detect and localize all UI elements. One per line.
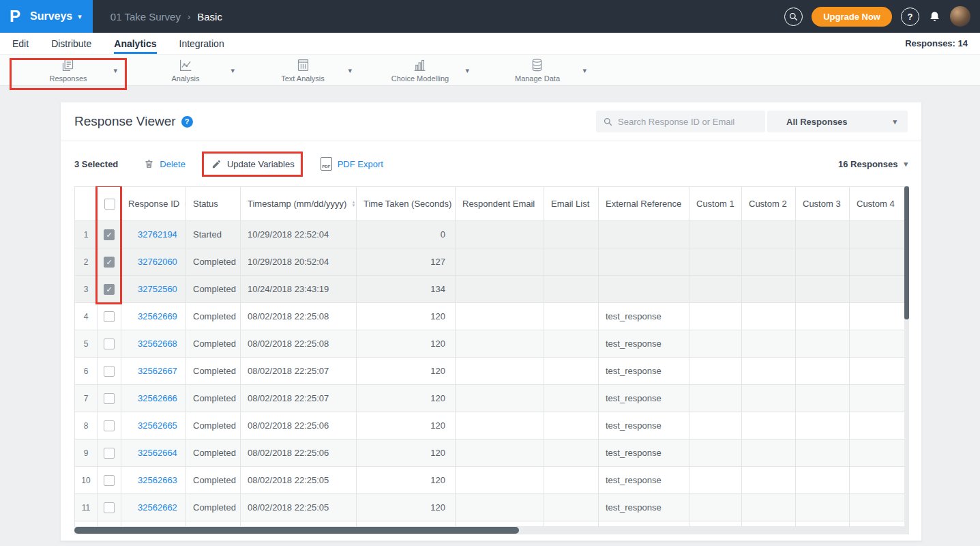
tab-edit[interactable]: Edit (12, 33, 29, 54)
col-status-label: Status (193, 199, 218, 209)
table-wrap: Response ID Status Timestamp (mm/dd/yyyy… (74, 186, 909, 526)
viewer-help-icon[interactable]: ? (181, 116, 193, 128)
respondent-email-cell (456, 303, 544, 330)
tab-analytics[interactable]: Analytics (114, 33, 156, 54)
row-checkbox[interactable] (104, 502, 115, 513)
search-button[interactable] (784, 8, 803, 26)
toolbar-manage-data[interactable]: Manage Data (515, 58, 560, 83)
row-checkbox[interactable] (104, 393, 115, 404)
custom-1-cell (689, 521, 742, 527)
chevron-down-icon (78, 12, 82, 21)
tab-distribute[interactable]: Distribute (51, 33, 91, 54)
row-number: 5 (75, 330, 98, 358)
row-checkbox[interactable] (104, 257, 115, 268)
tab-integration[interactable]: Integration (179, 33, 224, 54)
horizontal-scrollbar-thumb[interactable] (74, 527, 519, 534)
search-icon (789, 12, 798, 21)
response-id-link[interactable]: 32762060 (138, 257, 177, 267)
choice-modelling-dropdown-caret-icon[interactable] (465, 66, 469, 74)
response-id-link[interactable]: 32562662 (138, 502, 177, 513)
email-list-cell (544, 494, 599, 521)
response-id-link[interactable]: 32562666 (138, 393, 177, 403)
col-respondent-email: Respondent Email (456, 187, 544, 221)
response-id-link[interactable]: 32562669 (138, 311, 177, 321)
vertical-scrollbar-thumb[interactable] (904, 186, 909, 319)
search-input[interactable] (618, 117, 758, 127)
col-timestamp[interactable]: Timestamp (mm/dd/yyyy) (241, 187, 357, 221)
responses-icon (60, 58, 76, 72)
update-variables-label: Update Variables (227, 159, 295, 169)
toolbar-text-analysis[interactable]: Text Analysis (281, 58, 325, 83)
response-filter-dropdown[interactable]: All Responses (767, 111, 908, 132)
external-reference-cell: test_response (599, 303, 689, 330)
timestamp-cell: 10/29/2018 20:52:04 (241, 248, 357, 276)
selected-count: 3 Selected (74, 159, 118, 169)
custom-1-cell (689, 276, 742, 303)
status-cell: Completed (186, 276, 241, 303)
row-checkbox[interactable] (104, 448, 115, 459)
analysis-dropdown-caret-icon[interactable] (231, 66, 235, 74)
row-checkbox[interactable] (104, 229, 115, 240)
responses-count-dropdown[interactable]: 16 Responses (838, 159, 908, 169)
choice-modelling-icon (412, 58, 428, 72)
response-id-cell (121, 521, 186, 527)
toolbar-choice-modelling[interactable]: Choice Modelling (391, 58, 449, 83)
respondent-email-cell (456, 248, 544, 276)
update-variables-button[interactable]: Update Variables (211, 159, 295, 169)
notifications-button[interactable] (928, 10, 941, 23)
response-id-link[interactable]: 32562665 (138, 420, 177, 431)
upgrade-now-button[interactable]: Upgrade Now (812, 7, 892, 27)
custom-3-cell (796, 358, 850, 385)
avatar[interactable] (950, 6, 970, 27)
col-custom-2: Custom 2 (742, 187, 796, 221)
custom-3-cell (796, 412, 850, 440)
custom-3-cell (796, 521, 850, 527)
response-id-link[interactable]: 32562668 (138, 339, 177, 349)
response-id-link[interactable]: 32562663 (138, 475, 177, 485)
email-list-cell (544, 276, 599, 303)
col-time-taken[interactable]: Time Taken (Seconds) (357, 187, 456, 221)
response-id-link[interactable]: 32562667 (138, 366, 177, 376)
col-response-id[interactable]: Response ID (121, 187, 186, 221)
row-checkbox[interactable] (104, 366, 115, 377)
horizontal-scrollbar[interactable] (74, 526, 909, 534)
row-checkbox[interactable] (104, 284, 115, 295)
response-id-link[interactable]: 32762194 (138, 229, 177, 240)
custom-4-cell (850, 276, 905, 303)
sort-icon[interactable] (351, 201, 355, 207)
respondent-email-cell (456, 412, 544, 440)
email-list-cell (544, 248, 599, 276)
toolbar-analysis[interactable]: Analysis (172, 58, 200, 83)
response-id-link[interactable]: 32752560 (138, 284, 177, 294)
select-all-checkbox[interactable] (104, 199, 115, 210)
row-checkbox[interactable] (104, 339, 115, 349)
delete-button[interactable]: Delete (144, 158, 185, 169)
custom-2-cell (742, 494, 796, 521)
email-list-cell (544, 385, 599, 412)
product-switcher[interactable]: P Surveys (0, 0, 93, 33)
topbar: P Surveys 01 Take Survey › Basic Upgrade… (0, 0, 980, 33)
custom-2-cell (742, 276, 796, 303)
row-checkbox[interactable] (104, 475, 115, 486)
custom-1-cell (689, 330, 742, 358)
trash-icon (144, 158, 154, 169)
custom-3-cell (796, 248, 850, 276)
row-checkbox[interactable] (104, 311, 115, 322)
respondent-email-cell (456, 440, 544, 467)
response-id-link[interactable]: 32562664 (138, 448, 177, 458)
toolbar-responses[interactable]: Responses (49, 58, 87, 83)
manage-data-dropdown-caret-icon[interactable] (582, 66, 586, 74)
breadcrumb-survey-name[interactable]: 01 Take Survey (110, 11, 181, 23)
text-analysis-dropdown-caret-icon[interactable] (348, 66, 352, 74)
pdf-export-button[interactable]: PDF PDF Export (321, 157, 383, 171)
col-timestamp-label: Timestamp (mm/dd/yyyy) (248, 199, 346, 209)
custom-1-cell (689, 494, 742, 521)
responses-dropdown-caret-icon[interactable] (113, 66, 117, 74)
time-taken-cell: 0 (357, 221, 456, 248)
time-taken-cell: 120 (357, 385, 456, 412)
row-checkbox[interactable] (104, 420, 115, 431)
response-id-cell: 32562665 (121, 412, 186, 440)
response-id-cell: 32762060 (121, 248, 186, 276)
help-button[interactable]: ? (901, 8, 919, 26)
vertical-scrollbar[interactable] (904, 186, 909, 526)
